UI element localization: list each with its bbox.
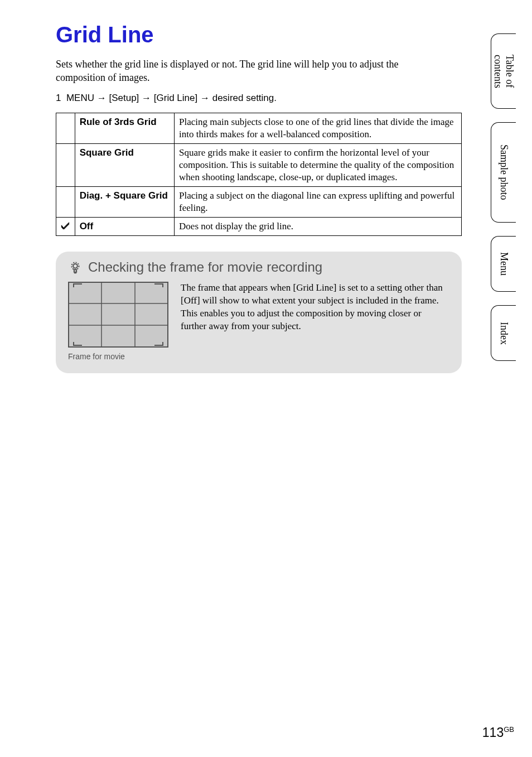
check-cell — [56, 143, 75, 186]
arrow-icon: → — [97, 93, 107, 103]
frame-caption: Frame for movie — [68, 352, 168, 361]
svg-rect-4 — [69, 282, 168, 347]
option-name: Rule of 3rds Grid — [75, 113, 174, 143]
table-row: Rule of 3rds Grid Placing main subjects … — [56, 113, 462, 143]
frame-grid-icon — [68, 282, 168, 348]
tip-text: The frame that appears when [Grid Line] … — [181, 282, 449, 333]
table-row: Off Does not display the grid line. — [56, 218, 462, 236]
frame-figure: Frame for movie — [68, 282, 168, 361]
side-tabs: Table of contents Sample photo Menu Inde… — [491, 33, 516, 361]
page-suffix: GB — [504, 725, 514, 734]
tip-body: Frame for movie The frame that appears w… — [68, 282, 449, 361]
step-prefix: MENU — [66, 93, 94, 103]
menu-step: 1 MENU → [Setup] → [Grid Line] → desired… — [56, 93, 465, 104]
option-name: Off — [75, 218, 174, 236]
tab-index[interactable]: Index — [491, 305, 516, 361]
lightbulb-icon — [68, 260, 83, 274]
check-cell — [56, 218, 75, 236]
tab-sample-photo[interactable]: Sample photo — [491, 122, 516, 223]
option-desc: Placing a subject on the diagonal line c… — [175, 187, 462, 218]
table-row: Diag. + Square Grid Placing a subject on… — [56, 187, 462, 218]
arrow-icon: → — [200, 93, 210, 103]
tip-heading: Checking the frame for movie recording — [68, 259, 449, 275]
option-desc: Does not display the grid line. — [175, 218, 462, 236]
svg-rect-2 — [74, 270, 76, 272]
page-number-value: 113 — [482, 725, 504, 740]
option-name: Diag. + Square Grid — [75, 187, 174, 218]
svg-point-1 — [73, 264, 78, 268]
step-part-setup: [Setup] — [109, 93, 139, 103]
intro-text: Sets whether the grid line is displayed … — [56, 57, 448, 85]
check-cell — [56, 113, 75, 143]
tip-box: Checking the frame for movie recording F… — [56, 252, 462, 373]
page-number: 113GB — [482, 725, 514, 740]
arrow-icon: → — [142, 93, 151, 103]
tab-table-of-contents[interactable]: Table of contents — [491, 33, 516, 109]
step-part-setting: desired setting. — [212, 93, 277, 103]
options-table: Rule of 3rds Grid Placing main subjects … — [56, 113, 462, 237]
tip-heading-text: Checking the frame for movie recording — [88, 259, 322, 275]
check-cell — [56, 187, 75, 218]
option-desc: Square grids make it easier to confirm t… — [175, 143, 462, 186]
check-icon — [61, 221, 70, 229]
step-part-gridline: [Grid Line] — [154, 93, 197, 103]
table-row: Square Grid Square grids make it easier … — [56, 143, 462, 186]
option-name: Square Grid — [75, 143, 174, 186]
tab-menu[interactable]: Menu — [491, 236, 516, 292]
option-desc: Placing main subjects close to one of th… — [175, 113, 462, 143]
step-number: 1 — [56, 93, 61, 103]
page-title: Grid Line — [56, 22, 532, 47]
